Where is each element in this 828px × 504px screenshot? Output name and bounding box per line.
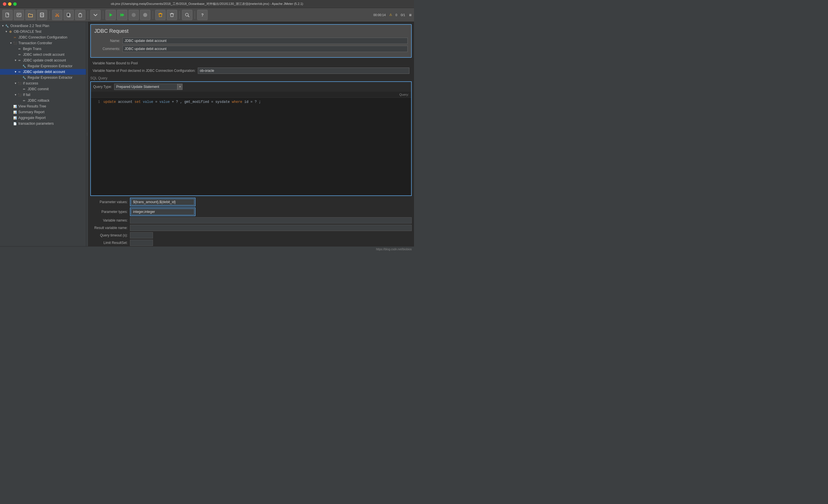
maximize-button[interactable] — [13, 2, 17, 6]
param-types-input[interactable] — [131, 209, 194, 215]
sidebar-item-jdbc-conn[interactable]: ✂ JDBC Connection Configuration — [0, 35, 86, 40]
sidebar-item-jdbc-credit[interactable]: ✏ JDBC select credit account — [0, 52, 86, 57]
result-var-label: Result variable name: — [90, 226, 128, 230]
cut-button[interactable] — [52, 10, 63, 20]
svg-rect-0 — [6, 13, 9, 17]
svg-point-14 — [143, 13, 147, 17]
sidebar-item-ob-oracle[interactable]: ▼ ⚙ OB-ORACLE Test — [0, 29, 86, 35]
copy-button[interactable] — [64, 10, 74, 20]
sidebar-item-jdbc-rollback[interactable]: ✏ JDBC rollback — [0, 98, 86, 103]
kw-update: update — [104, 100, 116, 104]
search-button[interactable] — [182, 10, 192, 20]
sidebar-label-jdbc-rollback: JDBC rollback — [28, 99, 49, 103]
toolbar-right: 00:00:14 ⚠ 0 0/1 🖥 — [373, 13, 412, 17]
summary-report-icon: 📊 — [13, 110, 17, 114]
minimize-button[interactable] — [8, 2, 11, 6]
comments-input[interactable] — [122, 46, 408, 52]
query-type-input[interactable] — [114, 84, 177, 90]
jdbc-conn-icon: ✂ — [13, 35, 17, 40]
query-type-selector[interactable]: ▼ — [114, 84, 182, 90]
results-tree-icon: 📊 — [13, 104, 17, 108]
sidebar-item-test-plan[interactable]: ▼ 🔧 OceanBase 2.2 Test Plan — [0, 23, 86, 29]
toggle-trans-ctrl: ▼ — [9, 42, 13, 45]
content-area: JDBC Request Name: Comments: Variable Na… — [88, 22, 414, 246]
templates-button[interactable] — [14, 10, 24, 20]
comments-label: Comments: — [94, 47, 120, 51]
limit-resultset-input[interactable] — [130, 240, 153, 246]
sidebar-item-trans-ctrl[interactable]: ▼ ⬛ Transaction Controller — [0, 40, 86, 46]
sidebar-label-regex-2: Regular Expression Extractor — [28, 76, 73, 80]
save-button[interactable] — [37, 10, 47, 20]
stop-button[interactable] — [128, 10, 139, 20]
sidebar-item-aggregate-report[interactable]: 📊 Aggregate Report — [0, 115, 86, 121]
sidebar-item-jdbc-commit[interactable]: ✏ JDBC commit — [0, 86, 86, 92]
close-button[interactable] — [3, 2, 6, 6]
sidebar-item-summary-report[interactable]: 📊 Summary Report — [0, 109, 86, 115]
name-input[interactable] — [122, 38, 408, 44]
open-button[interactable] — [25, 10, 36, 20]
kw-table: account — [118, 100, 134, 104]
var-names-input[interactable] — [130, 217, 412, 224]
param-values-input[interactable] — [131, 199, 194, 205]
sidebar-item-jdbc-update-credit[interactable]: ▼ ✏ JDBC update credit account — [0, 57, 86, 63]
comments-row: Comments: — [94, 46, 408, 52]
sidebar-label-jdbc-credit: JDBC select credit account — [23, 53, 65, 57]
separator-5 — [179, 11, 180, 19]
begin-trans-icon: ✏ — [17, 47, 22, 51]
result-var-input[interactable] — [130, 225, 412, 231]
clear-all-button[interactable] — [167, 10, 177, 20]
clear-button[interactable] — [155, 10, 166, 20]
sidebar-item-if-fail[interactable]: ▼ ⬛ If fail — [0, 92, 86, 98]
code-line-1: 1 update account set value = value + ? ,… — [93, 100, 409, 104]
jdbc-update-debit-icon: ✏ — [17, 70, 22, 74]
main-layout: ▼ 🔧 OceanBase 2.2 Test Plan ▼ ⚙ OB-ORACL… — [0, 22, 414, 246]
sidebar-item-regex-1[interactable]: 🔧 Regular Expression Extractor — [0, 63, 86, 69]
variable-pool-input[interactable] — [198, 67, 409, 74]
query-header: Query: — [91, 92, 411, 98]
variable-bound-section: Variable Name Bound to Pool — [88, 60, 414, 66]
statusbar: https://blog.csdn.net/biobios — [0, 246, 414, 252]
svg-marker-11 — [120, 13, 122, 17]
sidebar-label-jdbc-commit: JDBC commit — [28, 87, 49, 91]
svg-rect-1 — [17, 13, 21, 17]
kw-set: set — [134, 100, 141, 104]
trans-params-icon: 📄 — [13, 121, 17, 126]
query-timeout-input[interactable] — [130, 232, 153, 238]
svg-point-15 — [185, 13, 188, 16]
sidebar-item-regex-2[interactable]: 🔧 Regular Expression Extractor — [0, 75, 86, 81]
ob-oracle-icon: ⚙ — [8, 29, 13, 34]
query-editor[interactable]: 1 update account set value = value + ? ,… — [91, 98, 411, 195]
sidebar-label-aggregate-report: Aggregate Report — [18, 116, 46, 120]
query-header-label: Query: — [399, 93, 409, 96]
kw-expr: + ? , gmt_modified = sysdate — [172, 100, 232, 104]
start-no-pause-button[interactable] — [117, 10, 127, 20]
jdbc-update-credit-icon: ✏ — [17, 58, 22, 63]
query-type-row: Query Type: ▼ — [91, 82, 411, 92]
toggle-ob-oracle: ▼ — [5, 30, 8, 33]
expand-button[interactable] — [90, 10, 100, 20]
variable-pool-label: Variable Name of Pool declared in JDBC C… — [92, 69, 196, 73]
sidebar-label-trans-params: transaction parameters — [18, 122, 54, 126]
sidebar-label-jdbc-update-debit: JDBC update debit account — [23, 70, 65, 74]
param-values-highlighted — [130, 198, 196, 206]
toggle-if-fail: ▼ — [14, 93, 17, 96]
sidebar-label-regex-1: Regular Expression Extractor — [28, 64, 73, 68]
svg-rect-9 — [79, 14, 82, 17]
sidebar-label-jdbc-update-credit: JDBC update credit account — [23, 58, 66, 62]
sidebar-item-if-success[interactable]: ▼ ⬛ if success — [0, 81, 86, 86]
jdbc-rollback-icon: ✏ — [22, 98, 27, 103]
warning-icon: ⚠ — [389, 13, 392, 17]
query-type-dropdown-arrow[interactable]: ▼ — [177, 84, 182, 90]
paste-button[interactable] — [75, 10, 85, 20]
sidebar-label-trans-ctrl: Transaction Controller — [18, 41, 52, 45]
new-button[interactable] — [2, 10, 13, 20]
sidebar-item-jdbc-update-debit[interactable]: ▼ ✏ JDBC update debit account — [0, 69, 86, 75]
shutdown-button[interactable] — [140, 10, 150, 20]
start-button[interactable] — [106, 10, 116, 20]
param-values-label: Parameter values: — [90, 200, 128, 204]
param-types-label: Parameter types: — [90, 210, 128, 214]
sidebar-item-trans-params[interactable]: 📄 transaction parameters — [0, 121, 86, 127]
help-button[interactable]: ? — [197, 10, 208, 20]
sidebar-item-results-tree[interactable]: 📊 View Results Tree — [0, 103, 86, 109]
sidebar-item-begin-trans[interactable]: ✏ Begin Trans — [0, 46, 86, 52]
